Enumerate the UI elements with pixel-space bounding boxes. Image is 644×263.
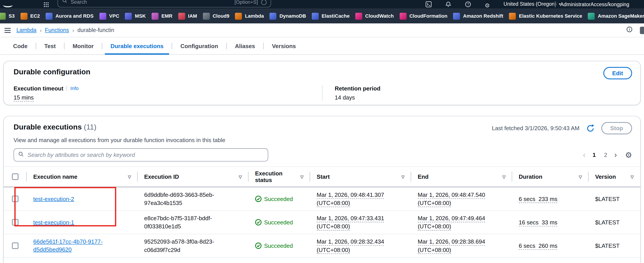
aws-console-page: Search [Option+S] ? ⚙ United States (Ore… [0, 0, 644, 263]
service-shortcut-emr[interactable]: EMR [152, 12, 172, 20]
service-shortcut-aurora-rds[interactable]: Aurora and RDS [46, 12, 94, 20]
feedback-icon[interactable] [640, 26, 644, 34]
end-time[interactable]: Mar 1, 2026, 09:48:47.540 [418, 192, 485, 199]
duration-value[interactable]: 6 secs 233 ms [519, 195, 557, 203]
tab-durable-executions[interactable]: Durable executions [102, 37, 172, 54]
tab-monitor[interactable]: Monitor [64, 37, 102, 54]
svg-text:?: ? [467, 2, 469, 6]
executions-panel-title: Durable executions (11) [14, 122, 96, 132]
tab-test[interactable]: Test [36, 37, 64, 54]
tab-aliases[interactable]: Aliases [227, 37, 263, 54]
start-time[interactable]: Mar 1, 2026, 09:28:32.434 [317, 238, 384, 246]
hamburger-menu-icon[interactable] [0, 28, 15, 33]
start-time[interactable]: Mar 1, 2026, 09:47:33.431 [317, 215, 384, 222]
column-header-execution-name[interactable]: Execution name▽ [27, 167, 138, 186]
end-cell: Mar 1, 2026, 09:48:47.540(UTC+08:00) [411, 187, 512, 210]
eks-service-icon [509, 12, 516, 20]
column-header-end[interactable]: End▽ [411, 167, 512, 186]
service-shortcut-cloudformation[interactable]: CloudFormation [400, 12, 447, 20]
start-time[interactable]: Mar 1, 2026, 09:48:41.307 [317, 192, 384, 199]
table-row: 4eacdc40-a39b-4309-a966- c3df3dfe-07c0-3… [4, 258, 640, 263]
sort-icon[interactable]: ▽ [236, 174, 242, 179]
execution-id-cell: 95252093-a578-3f0a-8d23-c06d39f7c29d [138, 234, 248, 257]
service-shortcut-s3[interactable]: S3 [0, 12, 14, 20]
version-cell: $LATEST [589, 192, 640, 206]
sort-icon[interactable]: ▽ [297, 174, 304, 179]
rds-service-icon [46, 12, 53, 20]
breadcrumb-separator-icon: › [72, 27, 74, 34]
stop-button[interactable]: Stop [601, 122, 632, 134]
ec2-service-icon [20, 12, 28, 20]
execution-name-link[interactable]: 66de561f-17cc-4b70-9177-d5dd5bed9620 [33, 238, 103, 254]
service-shortcut-lambda[interactable]: Lambda [235, 12, 264, 20]
previous-page-button[interactable]: ‹ [580, 152, 588, 158]
row-checkbox[interactable] [12, 242, 18, 249]
cloudshell-icon[interactable] [426, 1, 432, 9]
success-check-icon [255, 196, 262, 202]
cloud9-service-icon [203, 12, 210, 20]
row-checkbox[interactable] [12, 219, 18, 226]
service-shortcut-eks[interactable]: Elastic Kubernetes Service [509, 12, 582, 20]
tab-versions[interactable]: Versions [264, 37, 304, 54]
end-time[interactable]: Mar 1, 2026, 09:47:49.464 [418, 215, 485, 222]
vpc-service-icon [99, 12, 106, 20]
service-shortcut-redshift[interactable]: Amazon Redshift [453, 12, 503, 20]
service-shortcut-cloud9[interactable]: Cloud9 [203, 12, 229, 20]
duration-value[interactable]: 6 secs 260 ms [519, 242, 557, 250]
notifications-bell-icon[interactable] [445, 1, 452, 9]
edit-button[interactable]: Edit [603, 67, 632, 80]
region-selector[interactable]: United States (Oregon) ▾ [504, 1, 561, 7]
amazon-q-icon [261, 0, 266, 5]
aws-logo[interactable] [3, 2, 13, 7]
global-search-input[interactable]: Search [Option+S] [58, 0, 271, 8]
account-menu[interactable]: AdministratorAccess/kongping [560, 2, 629, 7]
execution-name-link[interactable]: test-execution-1 [33, 218, 74, 226]
column-header-duration[interactable]: Duration▽ [512, 167, 588, 186]
sort-icon[interactable]: ▽ [576, 174, 582, 179]
tab-code[interactable]: Code [5, 37, 36, 54]
page-1-button[interactable]: 1 [589, 151, 600, 159]
service-shortcut-dynamodb[interactable]: DynamoDB [270, 12, 306, 20]
refresh-button[interactable] [585, 123, 596, 134]
status-text: Succeeded [264, 218, 293, 226]
status-badge: Succeeded [255, 195, 304, 203]
next-page-button[interactable]: › [612, 152, 619, 158]
column-header-version[interactable]: Version▽ [589, 167, 640, 186]
row-checkbox[interactable] [12, 196, 18, 202]
breadcrumb-lambda[interactable]: Lambda [16, 27, 36, 33]
sort-icon[interactable]: ▽ [398, 174, 404, 179]
breadcrumb-functions[interactable]: Functions [45, 27, 69, 33]
column-header-start[interactable]: Start▽ [310, 167, 411, 186]
sort-icon[interactable]: ▽ [627, 174, 634, 179]
page-2-button[interactable]: 2 [600, 151, 611, 159]
service-shortcut-vpc[interactable]: VPC [99, 12, 119, 20]
sort-icon[interactable]: ▽ [124, 174, 131, 179]
executions-search-input[interactable] [27, 151, 264, 159]
function-tab-bar: Code Test Monitor Durable executions Con… [0, 37, 644, 54]
info-link[interactable]: Info [70, 86, 78, 91]
search-shortcut-hint: [Option+S] [234, 0, 258, 5]
sort-icon[interactable]: ▽ [499, 174, 506, 179]
service-shortcut-elasticache[interactable]: ElastiCache [312, 12, 350, 20]
duration-value[interactable]: 16 secs 33 ms [519, 219, 557, 226]
topbar-divider [555, 1, 556, 8]
service-shortcut-iam[interactable]: IAM [178, 12, 197, 20]
apps-grid-icon[interactable] [44, 2, 49, 7]
end-time[interactable]: Mar 1, 2026, 09:28:38.694 [418, 238, 485, 246]
tab-configuration[interactable]: Configuration [172, 37, 226, 54]
execution-name-link[interactable]: test-execution-2 [33, 195, 74, 203]
select-all-checkbox[interactable] [12, 174, 18, 180]
info-icon[interactable] [626, 26, 632, 34]
execution-timeout-value[interactable]: 15 mins [14, 94, 34, 102]
help-icon[interactable]: ? [465, 1, 471, 9]
column-header-execution-status[interactable]: Execution status▽ [248, 167, 310, 186]
service-shortcut-ec2[interactable]: EC2 [20, 12, 40, 20]
cloudwatch-service-icon [355, 12, 362, 20]
settings-gear-icon[interactable]: ⚙ [484, 2, 490, 8]
search-icon [18, 151, 24, 159]
column-header-execution-id[interactable]: Execution ID▽ [138, 167, 248, 186]
table-preferences-gear-icon[interactable]: ⚙ [625, 151, 632, 159]
service-shortcut-cloudwatch[interactable]: CloudWatch [355, 12, 394, 20]
service-shortcut-msk[interactable]: MSK [125, 12, 146, 20]
service-shortcut-sagemaker[interactable]: Amazon SageMaker AI [588, 12, 644, 20]
